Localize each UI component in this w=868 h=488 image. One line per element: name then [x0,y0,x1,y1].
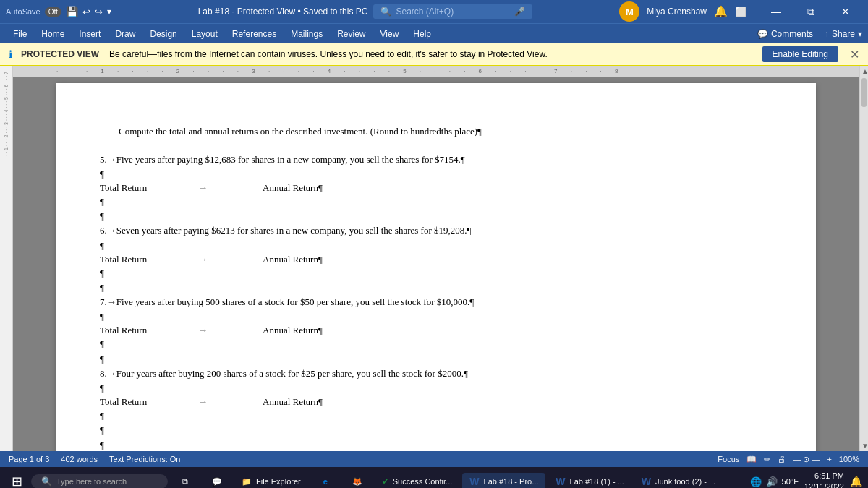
para-8c: ¶ [100,439,773,451]
menu-file[interactable]: File [6,26,34,42]
firefox-icon: 🦊 [352,477,362,487]
taskbar-edge[interactable]: e [311,474,340,488]
protected-message: Be careful—files from the Internet can c… [109,49,548,59]
document-page-1: Compute the total and annual returns on … [56,83,816,451]
system-clock[interactable]: 6:51 PM 12/11/2022 [804,471,844,488]
doc-item-8-text: 8.→Four years after buying 200 shares of… [100,367,773,380]
menu-insert[interactable]: Insert [72,26,108,42]
print-view-icon[interactable]: 🖨 [778,455,786,463]
edit-view-icon[interactable]: ✏ [764,455,770,464]
annual-return-label-8: Annual Return¶ [263,396,323,408]
taskbar-word-1[interactable]: W Lab #18 - Pro... [462,473,545,488]
time-display: 6:51 PM [804,471,844,481]
menu-references[interactable]: References [225,26,284,42]
notification-icon[interactable]: 🔔 [850,476,862,487]
share-icon[interactable]: 🔔 [714,5,728,18]
read-view-icon[interactable]: 📖 [746,455,757,464]
status-bar-left: Page 1 of 3 402 words Text Predictions: … [9,455,180,463]
text-prediction: Text Predictions: On [109,455,180,463]
doc-item-8-fields: Total Return → Annual Return¶ [100,396,773,408]
undo-icon[interactable]: ↩ [82,7,90,17]
restore-button[interactable]: ⧉ [794,0,827,23]
user-name: Miya Crenshaw [647,7,707,17]
menu-layout[interactable]: Layout [184,26,225,42]
taskbar-firefox[interactable]: 🦊 [343,474,372,489]
menu-view[interactable]: View [373,26,407,42]
word-label-3: Junk food (2) - ... [655,477,715,486]
file-explorer-icon: 📁 [242,477,252,487]
search-icon: 🔍 [380,7,391,17]
temp-display: 50°F [782,477,799,486]
title-bar-center: Lab #18 - Protected View • Saved to this… [111,4,619,19]
search-input[interactable] [396,7,510,17]
minimize-button[interactable]: — [760,0,793,23]
redo-icon[interactable]: ↪ [95,7,103,17]
enable-editing-button[interactable]: Enable Editing [762,46,838,62]
date-display: 12/11/2022 [804,481,844,488]
annual-return-label-6: Annual Return¶ [263,254,323,265]
doc-item-6-text: 6.→Seven years after paying $6213 for sh… [100,224,773,237]
word-label-2: Lab #18 (1) - ... [570,477,624,486]
taskbar-word-2[interactable]: W Lab #18 (1) - ... [548,473,631,488]
file-explorer-label: File Explorer [256,477,301,486]
close-protected-bar-button[interactable]: ✕ [850,48,859,61]
taskbar-widgets[interactable]: ⧉ [171,474,200,489]
taskbar-search-box[interactable]: 🔍 [31,474,168,488]
scroll-bar-right[interactable]: ▲ ▼ [859,66,868,451]
share-button[interactable]: ↑ Share ▾ [825,29,862,39]
status-bar: Page 1 of 3 402 words Text Predictions: … [0,451,868,467]
scroll-thumb[interactable] [861,78,867,107]
taskbar-success[interactable]: ✓ Success Confir... [375,474,460,489]
sound-icon[interactable]: 🔊 [766,476,778,487]
zoom-slider[interactable]: — ⊙ — [793,455,820,464]
total-return-label-8: Total Return [100,396,187,408]
focus-label[interactable]: Focus [718,455,739,463]
taskbar-file-explorer[interactable]: 📁 File Explorer [234,474,308,489]
success-label: Success Confir... [393,477,453,486]
para-8a: ¶ [100,409,773,422]
document-scroll[interactable]: · · · 1 · · · · 2 · · · · 3 · · · · 4 · … [13,66,859,451]
taskbar-chat[interactable]: 💬 [203,474,231,489]
menu-draw[interactable]: Draw [108,26,142,42]
para-7a: ¶ [100,338,773,351]
share-arrow-icon: ↑ [825,29,829,39]
doc-item-6-fields: Total Return → Annual Return¶ [100,254,773,265]
taskbar: ⊞ 🔍 ⧉ 💬 📁 File Explorer e 🦊 ✓ Success Co… [0,467,868,488]
word-label-1: Lab #18 - Pro... [484,477,539,486]
title-bar: AutoSave Off 💾 ↩ ↪ ▾ Lab #18 - Protected… [0,0,868,23]
autosave-label: AutoSave [6,7,41,16]
comments-button[interactable]: 💬 Comments [757,29,813,39]
protected-view-bar: ℹ PROTECTED VIEW Be careful—files from t… [0,43,868,66]
network-icon[interactable]: 🌐 [750,476,762,487]
menu-help[interactable]: Help [406,26,438,42]
menu-home[interactable]: Home [34,26,72,42]
success-icon: ✓ [382,477,388,487]
page-info: Page 1 of 3 [9,455,49,463]
taskbar-search-input[interactable] [56,477,158,486]
para-5a: ¶ [100,195,773,208]
system-tray: 🌐 🔊 50°F [750,476,799,487]
search-box[interactable]: 🔍 🎤 [373,4,532,19]
arrow-5: → [198,182,208,194]
document-area: · · · 1 · · · 2 · · · 3 · · · 4 · · · 5 … [0,66,868,451]
menu-review[interactable]: Review [330,26,373,42]
ribbon-icon[interactable]: ⬜ [735,7,746,17]
zoom-plus[interactable]: + [827,455,831,463]
doc-item-7-para: ¶ [100,310,773,323]
start-button[interactable]: ⊞ [6,471,28,488]
close-button[interactable]: ✕ [829,0,862,23]
menu-mailings[interactable]: Mailings [284,26,330,42]
info-icon: ℹ [9,48,12,60]
zoom-percent[interactable]: 100% [839,455,859,463]
autosave-toggle[interactable]: Off [45,7,61,17]
save-icon[interactable]: 💾 [66,6,78,17]
doc-item-5-text: 5.→Five years after paying $12,683 for s… [100,153,773,166]
mic-icon[interactable]: 🎤 [514,7,525,17]
taskbar-word-3[interactable]: W Junk food (2) - ... [634,473,723,488]
para-6a: ¶ [100,267,773,280]
word-icon-1: W [469,476,479,487]
word-icon-2: W [556,476,565,487]
menu-design[interactable]: Design [142,26,184,42]
para-5b: ¶ [100,210,773,223]
arrow-7: → [198,325,208,336]
